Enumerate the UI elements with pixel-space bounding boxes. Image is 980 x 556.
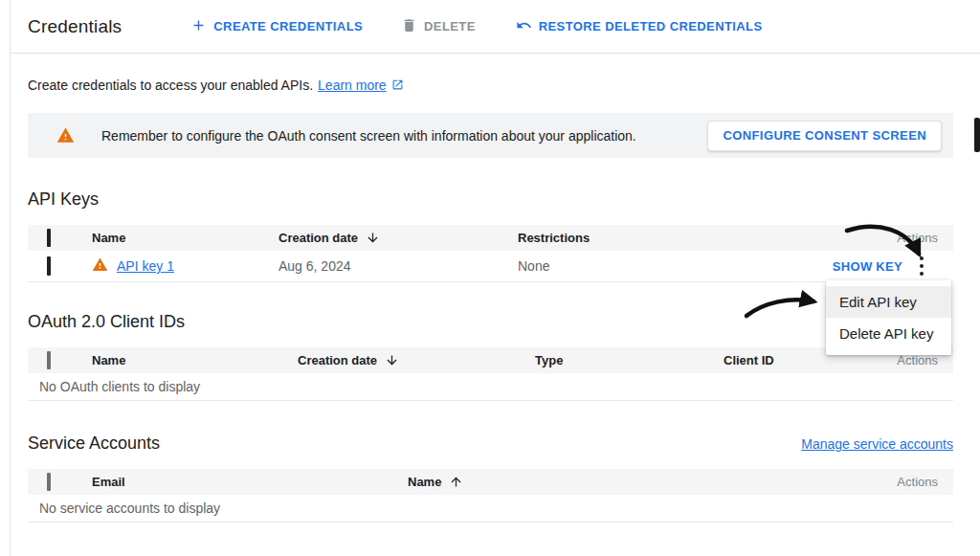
oauth-clients-table: Name Creation date Type Client ID Action… <box>28 347 953 401</box>
page-toolbar: Credentials CREATE CREDENTIALS DELETE RE… <box>11 0 980 54</box>
row-checkbox[interactable] <box>47 256 51 276</box>
api-key-context-menu: Edit API key Delete API key <box>826 280 951 355</box>
service-accounts-empty-state: No service accounts to display <box>28 495 953 523</box>
select-all-checkbox[interactable] <box>47 473 51 491</box>
column-header-creation-date[interactable]: Creation date <box>286 353 523 367</box>
intro-line: Create credentials to access your enable… <box>28 78 953 93</box>
column-header-email: Email <box>80 475 396 489</box>
show-key-button[interactable]: SHOW KEY <box>833 259 902 274</box>
learn-more-link[interactable]: Learn more <box>318 78 387 93</box>
scrollbar-thumb[interactable] <box>974 118 980 152</box>
column-header-name: Name <box>80 353 286 367</box>
external-link-icon <box>391 78 404 93</box>
configure-consent-screen-button[interactable]: CONFIGURE CONSENT SCREEN <box>707 121 942 151</box>
oauth-clients-title: OAuth 2.0 Client IDs <box>28 312 953 332</box>
menu-item-delete-api-key[interactable]: Delete API key <box>826 318 951 349</box>
sort-up-icon <box>441 475 463 489</box>
sort-down-icon <box>358 231 380 245</box>
select-all-checkbox[interactable] <box>47 351 51 369</box>
api-key-link[interactable]: API key 1 <box>117 258 174 274</box>
service-accounts-table-header: Email Name Actions <box>28 469 953 495</box>
service-accounts-table: Email Name Actions No service accounts t… <box>28 469 953 523</box>
oauth-empty-state: No OAuth clients to display <box>28 373 953 401</box>
trash-icon <box>401 17 417 36</box>
sort-down-icon <box>377 353 399 367</box>
undo-icon <box>516 17 532 36</box>
column-header-restrictions: Restrictions <box>506 231 752 245</box>
oauth-table-header: Name Creation date Type Client ID Action… <box>28 347 953 373</box>
column-header-name[interactable]: Name <box>396 475 838 489</box>
manage-service-accounts-link[interactable]: Manage service accounts <box>801 436 953 452</box>
column-header-name: Name <box>80 231 267 245</box>
column-header-creation-date[interactable]: Creation date <box>267 231 506 245</box>
api-keys-title: API Keys <box>28 189 953 210</box>
page-title: Credentials <box>28 16 122 37</box>
select-all-checkbox[interactable] <box>47 229 51 247</box>
column-header-actions: Actions <box>752 231 953 245</box>
api-keys-table: Name Creation date Restrictions Actions … <box>28 225 953 282</box>
delete-button[interactable]: DELETE <box>401 17 476 36</box>
plus-icon <box>190 17 207 36</box>
restore-deleted-credentials-button[interactable]: RESTORE DELETED CREDENTIALS <box>516 17 763 36</box>
banner-message: Remember to configure the OAuth consent … <box>101 128 707 144</box>
menu-item-edit-api-key[interactable]: Edit API key <box>826 286 951 318</box>
intro-text: Create credentials to access your enable… <box>28 78 313 93</box>
creation-date-value: Aug 6, 2024 <box>267 258 506 274</box>
column-header-client-id: Client ID <box>712 353 838 367</box>
warning-icon <box>56 126 75 145</box>
credentials-page: Credentials CREATE CREDENTIALS DELETE RE… <box>10 0 980 556</box>
restrictions-value: None <box>506 258 752 274</box>
column-header-actions: Actions <box>838 475 953 489</box>
column-header-actions: Actions <box>838 353 953 367</box>
create-credentials-button[interactable]: CREATE CREDENTIALS <box>190 17 363 36</box>
warning-icon <box>92 256 108 276</box>
oauth-consent-banner: Remember to configure the OAuth consent … <box>28 113 953 158</box>
column-header-type: Type <box>523 353 712 367</box>
api-key-row: API key 1 Aug 6, 2024 None SHOW KEY <box>28 251 953 282</box>
service-accounts-title: Service Accounts <box>28 434 160 454</box>
api-keys-table-header: Name Creation date Restrictions Actions <box>28 225 953 251</box>
kebab-menu-icon[interactable] <box>913 253 930 279</box>
